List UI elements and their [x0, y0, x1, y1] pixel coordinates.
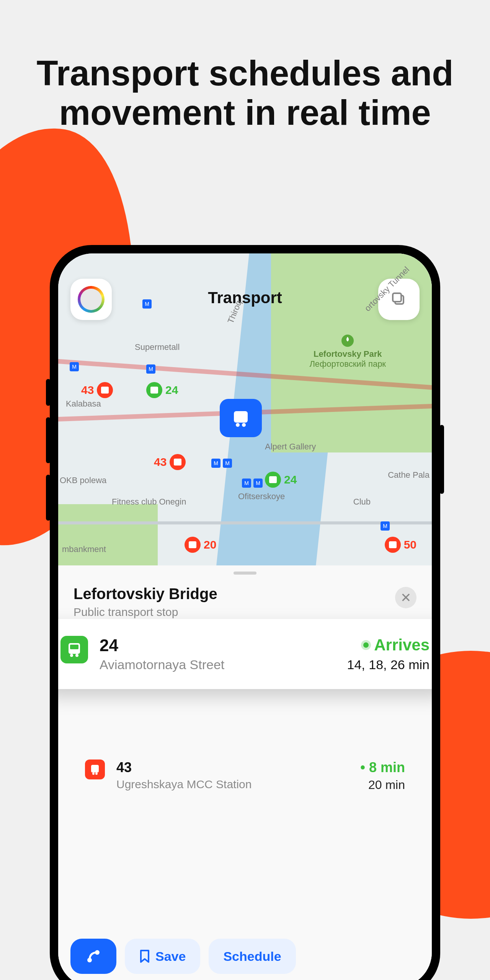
poi-park-name: Lefortovsky Park	[314, 349, 382, 359]
route-next-arrival: • 8 min	[360, 760, 405, 776]
vehicle-pin-tram[interactable]: 43	[81, 382, 113, 398]
vehicle-pin-tram[interactable]: 50	[385, 537, 416, 553]
svg-point-8	[70, 654, 73, 657]
stop-bottom-sheet[interactable]: Lefortovskiy Bridge Public transport sto…	[58, 565, 432, 980]
route-status: Arrives	[347, 636, 430, 654]
layers-icon	[390, 290, 408, 309]
poi-label: mbankment	[62, 544, 106, 554]
svg-rect-1	[393, 293, 401, 302]
live-indicator-icon	[363, 642, 369, 648]
promo-headline: Transport schedules and movement in real…	[0, 54, 490, 132]
metro-icon: M	[253, 479, 263, 488]
poi-label: Club	[353, 497, 371, 507]
selected-stop-pin[interactable]	[220, 399, 262, 437]
vehicle-pin-bus[interactable]: 24	[146, 382, 178, 398]
tram-icon	[85, 760, 105, 779]
svg-rect-3	[234, 411, 248, 423]
phone-frame: Transport Lefortovsky Park Лефортовский …	[50, 245, 440, 980]
vehicle-pin-tram[interactable]: 20	[185, 537, 216, 553]
metro-icon: M	[242, 479, 251, 488]
vehicle-pin-tram[interactable]: 43	[154, 454, 186, 470]
poi-label: Ofitserskoye	[238, 492, 285, 501]
save-button[interactable]: Save	[125, 939, 200, 974]
poi-label: Cathe Pala	[388, 470, 430, 480]
poi-label: OKB polewa	[60, 475, 106, 485]
route-card[interactable]: 43 Ugreshskaya MCC Station • 8 min 20 mi…	[70, 746, 420, 805]
stop-subtitle: Public transport stop	[74, 606, 217, 619]
sheet-drag-handle[interactable]	[234, 572, 256, 575]
bookmark-icon	[139, 950, 150, 963]
metro-icon: M	[70, 362, 79, 371]
route-button[interactable]	[70, 939, 116, 974]
svg-point-12	[95, 773, 98, 775]
metro-icon: M	[381, 521, 390, 531]
route-number: 24	[100, 636, 336, 655]
route-eta: 14, 18, 26 min	[347, 657, 430, 672]
schedule-button[interactable]: Schedule	[209, 939, 296, 974]
stop-title: Lefortovskiy Bridge	[74, 585, 217, 603]
metro-icon: M	[142, 299, 152, 309]
route-number: 43	[116, 760, 349, 776]
tram-icon	[230, 407, 252, 429]
route-after-arrival: 20 min	[360, 778, 405, 792]
svg-point-4	[236, 423, 240, 427]
metro-icon: M	[223, 459, 232, 468]
route-card-primary[interactable]: 24 Aviamotornaya Street Arrives 14, 18, …	[58, 619, 432, 689]
svg-rect-7	[70, 645, 78, 649]
metro-icon: M	[211, 459, 220, 468]
vehicle-pin-bus[interactable]: 24	[265, 472, 297, 488]
poi-label: Supermetall	[135, 342, 180, 352]
metro-icon: M	[146, 364, 155, 374]
profile-button[interactable]	[70, 279, 112, 320]
route-destination: Ugreshskaya MCC Station	[116, 778, 349, 791]
svg-rect-10	[91, 765, 99, 773]
action-row: Save Schedule	[70, 939, 420, 974]
poi-label: Alpert Gallery	[265, 442, 316, 452]
route-destination: Aviamotornaya Street	[100, 657, 336, 672]
close-button[interactable]: ✕	[395, 587, 416, 608]
poi-park-name-ru: Лефортовский парк	[309, 359, 386, 369]
svg-point-5	[242, 423, 246, 427]
close-icon: ✕	[400, 590, 411, 605]
poi-label: Fitness club Onegin	[112, 497, 186, 507]
map[interactable]: Transport Lefortovsky Park Лефортовский …	[58, 253, 432, 565]
profile-avatar-icon	[78, 286, 105, 313]
svg-point-11	[92, 773, 95, 775]
route-icon	[85, 948, 102, 965]
poi-label: Kalabasa	[66, 399, 101, 409]
bus-icon	[60, 636, 88, 663]
svg-point-9	[75, 654, 78, 657]
